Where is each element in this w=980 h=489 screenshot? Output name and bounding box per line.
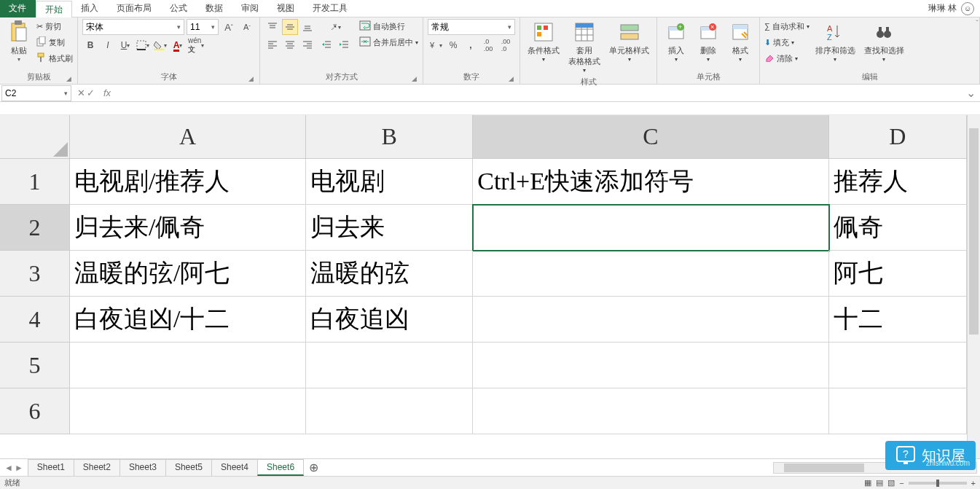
underline-button[interactable]: U▾ [117,37,133,53]
delete-cells-button[interactable]: ×删除▾ [694,19,723,64]
spreadsheet-grid[interactable]: ABCD 123456 电视剧/推荐人电视剧Ctrl+E快速添加符号推荐人归去来… [0,102,980,458]
autosum-button[interactable]: ∑自动求和▾ [764,19,810,34]
format-painter-button[interactable]: 格式刷 [36,51,73,66]
cell[interactable] [306,343,473,388]
cell[interactable]: 推荐人 [829,159,967,205]
cell-styles-button[interactable]: 单元格样式▾ [606,19,652,64]
number-format-combo[interactable]: 常规▾ [428,19,515,35]
tab-视图[interactable]: 视图 [268,0,304,17]
tab-数据[interactable]: 数据 [197,0,232,17]
cell[interactable]: 温暖的弦/阿七 [70,251,306,297]
cell[interactable]: 佩奇 [829,205,967,251]
find-select-button[interactable]: 查找和选择▾ [861,19,907,64]
view-normal-button[interactable]: ▦ [864,478,871,488]
increase-indent-button[interactable] [336,36,352,52]
increase-decimal-button[interactable]: .0.00 [480,37,496,53]
percent-button[interactable]: % [445,37,461,53]
font-name-combo[interactable]: 宋体▾ [82,19,184,35]
fill-color-button[interactable]: ▾ [152,37,168,53]
italic-button[interactable]: I [100,37,116,53]
font-color-button[interactable]: A▾ [170,37,186,53]
dialog-launcher-icon[interactable]: ◢ [248,75,254,82]
insert-cells-button[interactable]: +插入▾ [662,19,691,64]
sort-filter-button[interactable]: AZ排序和筛选▾ [812,19,858,64]
cell[interactable] [473,205,828,251]
collapse-ribbon-button[interactable]: ˇ [976,19,979,28]
merge-center-button[interactable]: 合并后居中▾ [359,35,418,50]
fx-icon[interactable]: fx [99,87,115,98]
column-header[interactable]: B [306,115,473,159]
formula-input[interactable] [115,88,962,98]
tab-file[interactable]: 文件 [0,0,36,17]
cell[interactable] [829,343,967,388]
decrease-font-button[interactable]: Aˇ [239,19,255,35]
view-page-button[interactable]: ▤ [876,478,883,488]
cell[interactable]: 白夜追凶 [306,297,473,343]
zoom-in-button[interactable]: + [971,479,976,488]
align-middle-button[interactable] [282,19,298,35]
dialog-launcher-icon[interactable]: ◢ [509,75,514,82]
cell[interactable] [473,388,828,434]
paste-button[interactable]: 粘贴 ▾ [4,19,34,64]
format-cells-button[interactable]: 格式▾ [726,19,755,64]
sheet-tab[interactable]: Sheet4 [211,459,258,476]
row-header[interactable]: 5 [0,343,70,388]
row-header[interactable]: 4 [0,297,70,343]
sheet-nav-prev[interactable]: ◄ [4,463,13,473]
column-header[interactable]: C [473,115,828,159]
copy-button[interactable]: 复制 [36,35,73,50]
cell[interactable]: 电视剧 [306,159,473,205]
align-bottom-button[interactable] [299,19,315,35]
vertical-scrollbar[interactable] [967,115,980,458]
sheet-tab[interactable]: Sheet3 [119,459,166,476]
align-left-button[interactable] [264,36,281,52]
sheet-nav-next[interactable]: ► [15,463,23,473]
view-break-button[interactable]: ▧ [887,478,895,488]
align-top-button[interactable] [264,19,281,35]
cell[interactable] [473,251,828,297]
cell[interactable] [473,297,828,343]
comma-button[interactable]: , [463,37,479,53]
cell[interactable] [829,388,967,434]
tab-开发工具[interactable]: 开发工具 [304,0,357,17]
cell[interactable]: Ctrl+E快速添加符号 [473,159,828,205]
cell[interactable]: 阿七 [829,251,967,297]
sheet-tab[interactable]: Sheet2 [74,459,120,476]
cell[interactable] [473,343,828,388]
tab-插入[interactable]: 插入 [72,0,108,17]
sheet-tab[interactable]: Sheet6 [257,459,304,476]
dialog-launcher-icon[interactable]: ◢ [412,75,417,82]
row-header[interactable]: 1 [0,159,70,205]
cell[interactable] [70,343,306,388]
tab-页面布局[interactable]: 页面布局 [108,0,161,17]
zoom-slider[interactable] [909,482,967,485]
format-as-table-button[interactable]: 套用 表格格式▾ [565,19,603,75]
tab-审阅[interactable]: 审阅 [232,0,268,17]
cell[interactable]: 十二 [829,297,967,343]
sheet-tab[interactable]: Sheet5 [165,459,212,476]
select-all-corner[interactable] [0,115,70,159]
cell[interactable]: 温暖的弦 [306,251,473,297]
bold-button[interactable]: B [82,37,98,53]
accounting-format-button[interactable]: ¥▾ [428,37,444,53]
column-header[interactable]: D [829,115,967,159]
expand-formula-button[interactable]: ⌄ [962,86,980,100]
cut-button[interactable]: ✂剪切 [36,19,73,34]
new-sheet-button[interactable]: ⊕ [303,461,324,474]
conditional-format-button[interactable]: 条件格式▾ [525,19,562,64]
font-size-combo[interactable]: 11▾ [187,19,219,35]
cell[interactable] [70,388,306,434]
row-header[interactable]: 3 [0,251,70,297]
sheet-tab[interactable]: Sheet1 [28,459,74,476]
user-account[interactable]: 琳琳 林 ☺ [928,2,980,15]
dialog-launcher-icon[interactable]: ◢ [66,75,71,82]
enter-formula-button[interactable]: ✓ [87,87,95,98]
phonetic-button[interactable]: wén文▾ [187,37,205,53]
decrease-decimal-button[interactable]: .00.0 [498,37,514,53]
cell[interactable] [306,388,473,434]
zoom-out-button[interactable]: − [899,479,903,488]
tab-公式[interactable]: 公式 [161,0,197,17]
increase-font-button[interactable]: Aˆ [221,19,237,35]
fill-button[interactable]: ⬇填充▾ [764,35,810,50]
cancel-formula-button[interactable]: ✕ [77,87,85,98]
